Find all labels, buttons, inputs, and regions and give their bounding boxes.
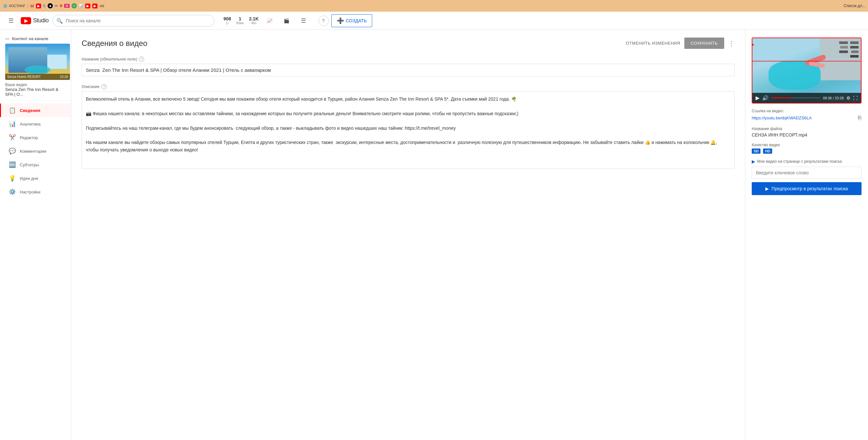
- sidebar-channel-label: Ваше видео: [5, 82, 66, 87]
- quality-section: Качество видео SD HD: [752, 143, 862, 154]
- browser-item-g2[interactable]: G: [71, 3, 77, 8]
- monetize-button[interactable]: 🎬: [281, 15, 292, 27]
- quality-badges: SD HD: [752, 148, 862, 154]
- browser-item-mail[interactable]: ✉: [55, 4, 58, 8]
- subs-label: 48ч: [251, 21, 256, 25]
- browser-item-m2[interactable]: M: [64, 4, 70, 8]
- video-link-label: Ссылка на видео:: [752, 109, 862, 113]
- create-plus-icon: ➕: [337, 17, 344, 24]
- yt-logo-icon: ▶: [21, 17, 31, 24]
- stats-chart-button[interactable]: 📈: [264, 15, 276, 27]
- channel-thumbnail: Senza Hotels RESORT 23:28: [5, 44, 70, 80]
- time-stat: 1 60мн: [236, 16, 244, 25]
- browser-item-black[interactable]: ◆: [48, 3, 53, 8]
- editor-icon: ✂️: [9, 134, 16, 141]
- main-layout: — Контент на канале Senza Hotels RESORT …: [0, 30, 868, 440]
- description-help-icon[interactable]: ?: [101, 84, 106, 89]
- browser-item-hosting[interactable]: 🌐 ХОСТИНГ: [3, 3, 26, 8]
- video-url-link[interactable]: https://youtu.be/dqKWADZS6LA: [752, 115, 812, 121]
- m2-icon: M: [64, 4, 70, 8]
- page-actions: ОТМЕНИТЬ ИЗМЕНЕНИЯ СОХРАНИТЬ ⋮: [626, 37, 735, 49]
- file-name-label: Название файла: [752, 127, 862, 131]
- sidebar-nav: 📋 Сведения 📊 Аналитика ✂️ Редактор 💬 Ком…: [0, 101, 71, 201]
- video-controls: ▶ 🔊 09:36 / 23:28 ⚙ ⛶: [752, 93, 861, 103]
- video-link-section: Ссылка на видео: https://youtu.be/dqKWAD…: [752, 109, 862, 121]
- stats-icon: 📊: [79, 4, 83, 8]
- subs-stat: 2.1K 48ч: [249, 16, 259, 25]
- description-section: Описание ? Великолепный отель в Алании, …: [82, 84, 735, 169]
- ideas-icon: 💡: [9, 175, 16, 182]
- more-options-button[interactable]: ⋮: [728, 39, 735, 47]
- sidebar-item-comments[interactable]: 💬 Комментарии: [0, 144, 71, 158]
- browser-item-yt3[interactable]: ▶: [92, 4, 97, 8]
- settings-button[interactable]: ⚙: [846, 96, 850, 101]
- copy-link-icon[interactable]: ⎘: [858, 114, 862, 121]
- browser-bar: 🌐 ХОСТИНГ | M ▶ G ◆ ✉ Я M G 📊 ▶ ▶ vid Сп…: [0, 0, 868, 12]
- create-button[interactable]: ➕ СОЗДАТЬ: [331, 14, 372, 27]
- google-icon: G: [43, 4, 46, 8]
- title-section: Название (обязательное поле) ?: [82, 57, 735, 76]
- sidebar-channel-title: Контент на канале: [12, 36, 48, 41]
- sd-badge: SD: [752, 148, 761, 154]
- views-stat: 908 1г: [223, 16, 231, 25]
- browser-item-yt[interactable]: ▶: [36, 4, 41, 8]
- file-name-value: СЕНЗА ИНН РЕСОРТ.mp4: [752, 132, 862, 137]
- volume-button[interactable]: 🔊: [762, 95, 769, 101]
- hosting-favicon: 🌐: [3, 3, 8, 8]
- browser-item-yt2[interactable]: ▶: [85, 4, 90, 8]
- time-label: 60мн: [236, 21, 244, 25]
- sidebar-item-settings[interactable]: ⚙️ Настройки: [0, 185, 71, 199]
- yt3-icon: ▶: [92, 4, 97, 8]
- yt-logo-text: Studio: [33, 17, 49, 24]
- circle-icon: ◆: [48, 3, 53, 8]
- yt-icon: ▶: [36, 4, 41, 8]
- yandex-icon: Я: [60, 4, 62, 8]
- browser-item-gmail[interactable]: M: [30, 4, 34, 8]
- progress-fill: [771, 97, 791, 98]
- cancel-button[interactable]: ОТМЕНИТЬ ИЗМЕНЕНИЯ: [626, 41, 680, 46]
- search-input[interactable]: [53, 15, 214, 27]
- title-input[interactable]: [82, 64, 735, 76]
- browser-right-item: Список дл...: [844, 4, 865, 8]
- play-button[interactable]: ▶: [755, 95, 760, 101]
- page-header: Сведения о видео ОТМЕНИТЬ ИЗМЕНЕНИЯ СОХР…: [82, 37, 735, 49]
- yt2-icon: ▶: [85, 4, 90, 8]
- keyword-input[interactable]: [752, 167, 862, 179]
- browser-item-vid[interactable]: vid: [99, 4, 104, 8]
- sidebar-item-settings-label: Настройки: [20, 190, 40, 195]
- views-count: 908: [223, 16, 231, 21]
- more-stats-button[interactable]: ☰: [298, 15, 309, 27]
- fullscreen-button[interactable]: ⛶: [853, 96, 858, 101]
- browser-item-stats[interactable]: 📊: [79, 4, 83, 8]
- subtitles-icon: 🔤: [9, 161, 16, 168]
- title-help-icon[interactable]: ?: [139, 57, 144, 62]
- save-button[interactable]: СОХРАНИТЬ: [684, 37, 724, 49]
- hd-badge: HD: [763, 148, 772, 154]
- search-results-label: ▶ Мое видео на странице с результатами п…: [752, 159, 862, 164]
- preview-button[interactable]: ▶ Предпросмотр в результатах поиска: [752, 182, 862, 195]
- yt-logo[interactable]: ▶ Studio: [21, 17, 49, 24]
- help-button[interactable]: ?: [318, 15, 329, 26]
- sidebar-item-subtitles-label: Субтитры: [20, 162, 39, 167]
- sidebar-item-analytics[interactable]: 📊 Аналитика: [0, 117, 71, 131]
- stats-bar: 908 1г 1 60мн 2.1K 48ч 📈 🎬 ☰: [218, 15, 314, 27]
- time-count: 1: [239, 16, 241, 21]
- quality-label: Качество видео: [752, 143, 862, 147]
- sidebar-item-details[interactable]: 📋 Сведения: [0, 104, 71, 117]
- sidebar-item-details-label: Сведения: [20, 108, 40, 113]
- browser-item-g[interactable]: G: [43, 4, 46, 8]
- progress-bar[interactable]: [771, 97, 820, 98]
- gmail-icon: M: [30, 4, 34, 8]
- time-display: 09:36 / 23:28: [823, 96, 844, 100]
- menu-button[interactable]: ☰: [5, 15, 17, 27]
- views-label: 1г: [226, 21, 229, 25]
- sidebar: — Контент на канале Senza Hotels RESORT …: [0, 30, 71, 440]
- content-area: Сведения о видео ОТМЕНИТЬ ИЗМЕНЕНИЯ СОХР…: [71, 30, 745, 440]
- description-field[interactable]: Великолепный отель в Алании, все включен…: [82, 91, 735, 169]
- sidebar-item-editor[interactable]: ✂️ Редактор: [0, 131, 71, 144]
- sidebar-item-subtitles[interactable]: 🔤 Субтитры: [0, 158, 71, 171]
- browser-item-yandex[interactable]: Я: [60, 4, 62, 8]
- sidebar-channel-section: — Контент на канале Senza Hotels RESORT …: [0, 32, 71, 101]
- sidebar-item-ideas[interactable]: 💡 Идеи дня: [0, 171, 71, 185]
- channel-thumb-time: 23:28: [60, 75, 68, 79]
